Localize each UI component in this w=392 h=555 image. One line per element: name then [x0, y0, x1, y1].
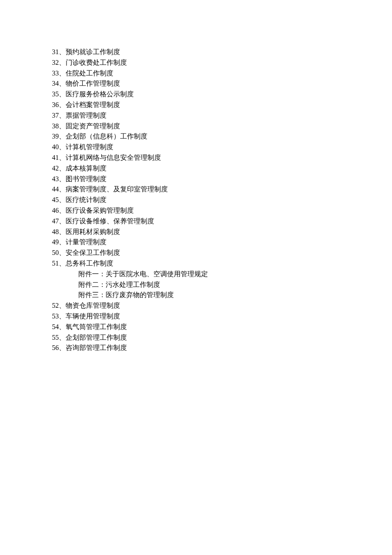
- list-item: 53、车辆使用管理制度: [52, 311, 392, 322]
- list-item: 39、企划部（信息科）工作制度: [52, 131, 392, 142]
- list-item: 56、咨询部管理工作制度: [52, 343, 392, 353]
- list-item: 52、物资仓库管理制度: [52, 301, 392, 311]
- attachment-item: 附件三：医疗废弃物的管理制度: [52, 290, 392, 301]
- attachment-item: 附件一：关于医院水电、空调使用管理规定: [52, 269, 392, 280]
- list-item: 32、门诊收费处工作制度: [52, 58, 392, 68]
- list-item: 38、固定资产管理制度: [52, 121, 392, 132]
- list-item: 44、病案管理制度、及复印室管理制度: [52, 184, 392, 195]
- list-item: 31、预约就诊工作制度: [52, 47, 392, 58]
- list-item: 46、医疗设备采购管理制度: [52, 205, 392, 216]
- list-item: 54、氧气筒管理工作制度: [52, 322, 392, 332]
- document-content: 31、预约就诊工作制度32、门诊收费处工作制度33、住院处工作制度34、物价工作…: [0, 0, 392, 353]
- list-item: 51、总务科工作制度: [52, 258, 392, 269]
- list-item: 50、安全保卫工作制度: [52, 248, 392, 258]
- list-item: 42、成本核算制度: [52, 163, 392, 174]
- list-item: 37、票据管理制度: [52, 110, 392, 121]
- list-item: 34、物价工作管理制度: [52, 78, 392, 89]
- list-item: 45、医疗统计制度: [52, 195, 392, 205]
- list-item: 49、计量管理制度: [52, 237, 392, 248]
- list-item: 33、住院处工作制度: [52, 68, 392, 79]
- list-item: 35、医疗服务价格公示制度: [52, 89, 392, 100]
- list-item: 43、图书管理制度: [52, 174, 392, 185]
- list-item: 41、计算机网络与信息安全管理制度: [52, 153, 392, 163]
- list-item: 55、企划部管理工作制度: [52, 332, 392, 343]
- list-item: 40、计算机管理制度: [52, 142, 392, 153]
- attachment-item: 附件二：污水处理工作制度: [52, 280, 392, 290]
- list-item: 48、医用耗材采购制度: [52, 227, 392, 237]
- list-item: 47、医疗设备维修、保养管理制度: [52, 216, 392, 227]
- list-item: 36、会计档案管理制度: [52, 100, 392, 110]
